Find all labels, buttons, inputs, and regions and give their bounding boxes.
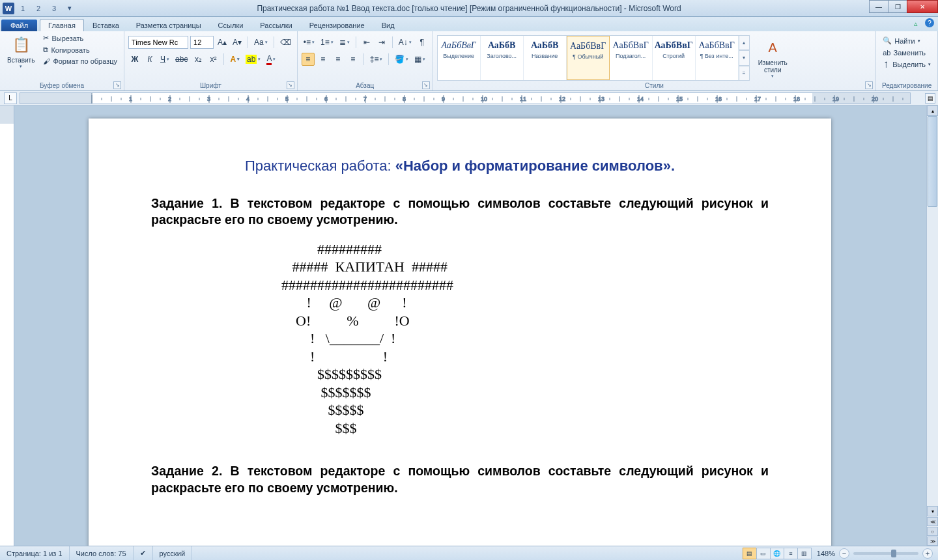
increase-indent-button[interactable]: ⇥ xyxy=(375,36,388,49)
help-icon[interactable]: ? xyxy=(925,18,934,27)
underline-button[interactable]: Ч xyxy=(158,53,171,66)
tab-mailings[interactable]: Рассылки xyxy=(251,19,300,31)
horizontal-ruler[interactable]: 1234567891011121314151617181920 xyxy=(20,92,911,104)
font-size-input[interactable] xyxy=(190,36,214,49)
view-web-layout[interactable]: 🌐 xyxy=(770,548,784,559)
zoom-handle[interactable] xyxy=(891,550,896,557)
decrease-indent-button[interactable]: ⇤ xyxy=(360,36,373,49)
view-draft[interactable]: ▥ xyxy=(797,548,812,559)
gallery-more[interactable]: ≡ xyxy=(739,66,750,81)
cut-button[interactable]: ✂Вырезать xyxy=(40,33,120,44)
qat-btn-2[interactable]: 2 xyxy=(31,2,46,15)
scroll-thumb[interactable] xyxy=(928,116,937,207)
style-emphasis[interactable]: АаБбВвГВыделение xyxy=(438,36,481,80)
view-full-screen[interactable]: ▭ xyxy=(756,548,771,559)
scroll-down[interactable]: ▾ xyxy=(927,506,938,516)
clipboard-launcher[interactable]: ↘ xyxy=(113,81,121,89)
tab-home[interactable]: Главная xyxy=(40,19,84,31)
view-outline[interactable]: ≡ xyxy=(784,548,798,559)
highlight-button[interactable]: ab xyxy=(244,53,263,66)
change-case-button[interactable]: Aa xyxy=(252,36,270,49)
copy-button[interactable]: ⧉Копировать xyxy=(40,44,120,55)
text-effects-button[interactable]: A xyxy=(228,53,242,66)
tab-references[interactable]: Ссылки xyxy=(210,19,252,31)
tab-view[interactable]: Вид xyxy=(373,19,403,31)
minimize-button[interactable]: — xyxy=(869,0,888,13)
bullets-button[interactable]: •≡ xyxy=(302,36,317,49)
task-1: Задание 1. В текстовом редакторе с помощ… xyxy=(151,195,769,229)
tab-page-layout[interactable]: Разметка страницы xyxy=(128,19,210,31)
browse-object[interactable]: ○ xyxy=(927,527,938,536)
shrink-font-button[interactable]: A▾ xyxy=(231,36,244,49)
group-paragraph: •≡ 1≡ ≣ ⇤ ⇥ A↓ ¶ ≡ ≡ ≡ ≡ ‡≡ 🪣 ▦ xyxy=(298,31,433,91)
zoom-in[interactable]: + xyxy=(922,548,933,559)
zoom-slider[interactable] xyxy=(853,552,918,555)
show-marks-button[interactable]: ¶ xyxy=(416,36,429,49)
style-title[interactable]: АаБбВНазвание xyxy=(524,36,567,80)
font-name-input[interactable] xyxy=(128,36,188,49)
superscript-button[interactable]: x² xyxy=(206,53,220,66)
minimize-ribbon-icon[interactable]: ▵ xyxy=(911,18,921,29)
bold-button[interactable]: Ж xyxy=(128,53,141,66)
status-words[interactable]: Число слов: 75 xyxy=(70,546,134,560)
clear-formatting-button[interactable]: ⌫ xyxy=(278,36,293,49)
qat-customize[interactable]: ▾ xyxy=(63,2,77,15)
sort-button[interactable]: A↓ xyxy=(397,36,414,49)
style-strong[interactable]: АаБбВвГСтрогий xyxy=(653,36,696,80)
grow-font-button[interactable]: A▴ xyxy=(216,36,229,49)
italic-button[interactable]: К xyxy=(143,53,156,66)
gallery-down[interactable]: ▾ xyxy=(739,50,750,65)
select-button[interactable]: ⭡Выделить ▾ xyxy=(880,59,933,70)
format-painter-button[interactable]: 🖌Формат по образцу xyxy=(40,56,120,66)
find-button[interactable]: 🔍Найти ▾ xyxy=(880,35,933,46)
word-app-icon[interactable]: W xyxy=(3,3,14,14)
paragraph-launcher[interactable]: ↘ xyxy=(422,81,430,89)
scroll-up[interactable]: ▴ xyxy=(927,105,938,116)
justify-button[interactable]: ≡ xyxy=(347,53,360,66)
svg-text:5: 5 xyxy=(285,96,289,102)
page[interactable]: Практическая работа: «Набор и форматиров… xyxy=(89,119,831,546)
style-no-spacing[interactable]: АаБбВвГ¶ Без инте... xyxy=(696,36,739,80)
style-normal[interactable]: АаБбВвГ¶ Обычный xyxy=(567,36,610,80)
change-styles-button[interactable]: A Изменить стили ▾ xyxy=(755,35,791,81)
numbering-button[interactable]: 1≡ xyxy=(319,36,335,49)
subscript-button[interactable]: x₂ xyxy=(192,53,205,66)
borders-button[interactable]: ▦ xyxy=(412,53,427,66)
multilevel-list-button[interactable]: ≣ xyxy=(337,36,352,49)
paste-icon: 📋 xyxy=(10,35,31,55)
next-page[interactable]: ≫ xyxy=(927,537,938,546)
font-launcher[interactable]: ↘ xyxy=(287,81,294,89)
style-subtitle[interactable]: АаБбВвГПодзагол... xyxy=(610,36,653,80)
tab-review[interactable]: Рецензирование xyxy=(301,19,373,31)
ruler-toggle[interactable]: ▤ xyxy=(925,93,935,104)
tab-file[interactable]: Файл xyxy=(1,20,37,31)
align-center-button[interactable]: ≡ xyxy=(317,53,330,66)
scroll-track[interactable] xyxy=(927,116,938,514)
tab-selector[interactable]: L xyxy=(4,92,17,104)
vertical-ruler[interactable] xyxy=(0,105,14,546)
align-right-button[interactable]: ≡ xyxy=(332,53,345,66)
paste-button[interactable]: 📋 Вставить ▾ xyxy=(4,33,38,71)
replace-button[interactable]: abЗаменить xyxy=(880,48,933,58)
shading-button[interactable]: 🪣 xyxy=(393,53,410,66)
qat-btn-3[interactable]: 3 xyxy=(47,2,61,15)
status-page[interactable]: Страница: 1 из 1 xyxy=(0,546,70,560)
svg-text:2: 2 xyxy=(168,96,171,102)
close-button[interactable]: ✕ xyxy=(907,0,938,13)
maximize-button[interactable]: ❐ xyxy=(888,0,907,13)
gallery-up[interactable]: ▴ xyxy=(739,35,750,50)
styles-launcher[interactable]: ↘ xyxy=(865,81,873,89)
zoom-out[interactable]: − xyxy=(839,548,849,559)
line-spacing-button[interactable]: ‡≡ xyxy=(368,53,385,66)
style-heading[interactable]: АаБбВЗаголово... xyxy=(481,36,524,80)
status-proofing[interactable]: ✔ xyxy=(134,546,153,560)
view-print-layout[interactable]: ▤ xyxy=(743,548,757,559)
prev-page[interactable]: ≪ xyxy=(927,517,938,526)
status-language[interactable]: русский xyxy=(153,546,192,560)
qat-btn-1[interactable]: 1 xyxy=(16,2,30,15)
align-left-button[interactable]: ≡ xyxy=(302,53,315,66)
zoom-level[interactable]: 148% xyxy=(817,550,835,557)
font-color-button[interactable]: A xyxy=(264,53,277,66)
tab-insert[interactable]: Вставка xyxy=(84,19,128,31)
strikethrough-button[interactable]: abc xyxy=(173,53,190,66)
